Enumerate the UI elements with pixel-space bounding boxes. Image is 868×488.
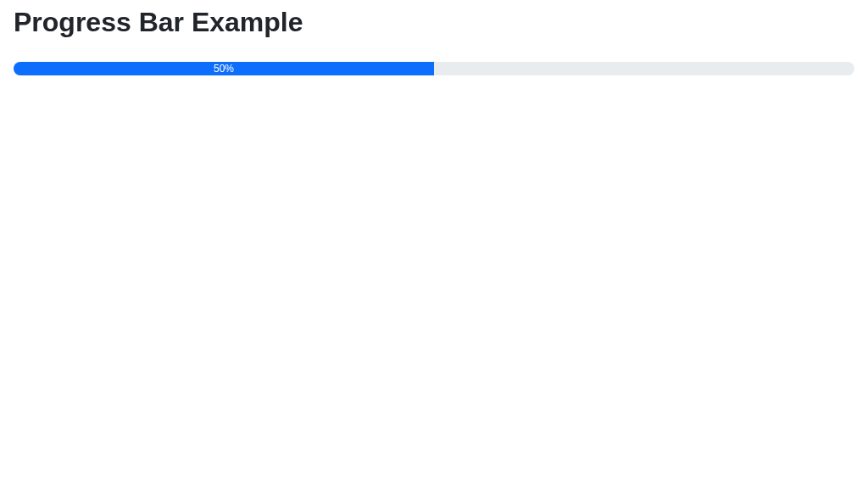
- progress-label: 50%: [214, 63, 234, 75]
- page-title: Progress Bar Example: [14, 7, 854, 38]
- progress-track: 50%: [14, 62, 854, 75]
- progress-bar: 50%: [14, 62, 434, 75]
